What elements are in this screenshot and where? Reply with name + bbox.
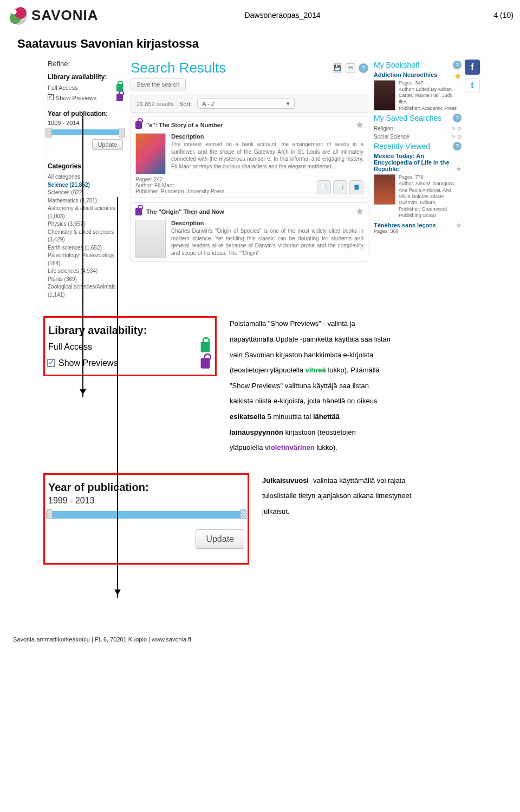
sort-label: Sort: — [179, 101, 192, 107]
saved-search-item[interactable]: Religion✎ ⊘ — [374, 125, 461, 133]
email-icon[interactable]: ✉ — [346, 63, 355, 73]
saved-searches-head[interactable]: My Saved Searches? — [374, 114, 461, 122]
facet-year-head: Year of publication: — [48, 110, 123, 117]
facet-full-access[interactable]: Full Access — [48, 83, 123, 93]
cat-item[interactable]: Plants (369) — [48, 276, 123, 284]
callout-lib-head: Library availability: — [48, 324, 212, 337]
cat-item[interactable]: All categories — [48, 173, 123, 181]
meta-pages: Pages: 242 — [135, 176, 225, 182]
saved-searches-label: My Saved Searches — [374, 114, 441, 122]
page-header: SAVONIA Dawsoneraopas_2014 4 (10) — [0, 0, 520, 30]
cat-item[interactable]: Paleontology; Paleozoology (164) — [48, 252, 123, 267]
cat-item[interactable]: Astronomy & allied sciences (1,003) — [48, 205, 123, 220]
meta-pages: Pages: 306 — [374, 228, 461, 235]
right-panel: My Bookshelf? Addiction Neuroethics★ Pag… — [372, 56, 464, 302]
book-title-text: Mexico Today: An Encyclopedia of Life in… — [374, 153, 449, 172]
cat-item[interactable]: Mathematics (4,781) — [48, 197, 123, 205]
cat-item-selected[interactable]: Science (21,852) — [48, 181, 123, 189]
cat-item[interactable]: Earth sciences (1,652) — [48, 244, 123, 252]
arrow-to-year-box — [117, 197, 118, 598]
recent-book-title[interactable]: Ténèbres sans leçons★ — [374, 222, 461, 228]
text-line: Poistamalla "Show Previews" - valinta ja — [230, 316, 482, 332]
star-fav-icon[interactable]: ★ — [454, 71, 461, 80]
update-button[interactable]: Update — [196, 529, 244, 549]
meta-publisher: Publisher: Greenwood Publishing Group — [399, 206, 461, 219]
twitter-icon[interactable]: t — [465, 78, 480, 93]
page-footer: Savonia-ammattikorkeakoulu | PL 6, 70201… — [0, 565, 520, 653]
star-icon[interactable]: ★ — [456, 166, 461, 173]
save-disk-icon[interactable]: 💾 — [333, 63, 342, 73]
categories-head: Categories — [48, 162, 123, 171]
text-green: vihreä — [305, 366, 326, 374]
edit-delete-icons[interactable]: ✎ ⊘ — [451, 134, 461, 140]
cat-item[interactable]: Chemistry & allied sciences (3,429) — [48, 228, 123, 244]
facebook-icon[interactable]: f — [465, 60, 480, 75]
year-slider[interactable] — [48, 511, 244, 519]
action-icon[interactable]: 📘 — [349, 180, 363, 194]
facet-full-access-label: Full Access — [48, 84, 78, 91]
star-icon[interactable]: ★ — [356, 120, 363, 130]
facet-library-head: Library availability: — [48, 73, 123, 81]
bookshelf-book-title[interactable]: Addiction Neuroethics★ — [374, 71, 461, 78]
help-icon[interactable]: ? — [453, 61, 461, 69]
saved-search-label: Social Science — [374, 134, 410, 140]
star-icon[interactable]: ★ — [356, 206, 363, 217]
callout-show-previews-label: Show Previews — [58, 358, 118, 368]
action-icon[interactable]: 📄 — [317, 180, 331, 194]
text-frag: lukko). Pitämällä — [326, 366, 380, 374]
text-line: Julkaisuvuosi -valintaa käyttämällä voi … — [262, 473, 482, 489]
recent-book-title[interactable]: Mexico Today: An Encyclopedia of Life in… — [374, 153, 461, 172]
help-icon[interactable]: ? — [453, 142, 461, 150]
text-line: yläpuolella violetinvärinen lukko). — [230, 440, 482, 456]
callout-show-previews: Show Previews — [48, 355, 212, 371]
sort-dropdown[interactable]: A - Z▾ — [197, 99, 295, 109]
text-frag: yläpuolella — [230, 443, 265, 451]
explanation-block-2: Julkaisuvuosi -valintaa käyttämällä voi … — [262, 473, 482, 520]
page-number: 4 (10) — [493, 11, 514, 19]
recently-viewed-label: Recently Viewed — [374, 142, 430, 150]
cat-item[interactable]: Zoological sciences/Animals (1,141) — [48, 283, 123, 299]
result-title[interactable]: The "Origin" Then and Now — [146, 208, 224, 215]
text-line: vain Savonian kirjaston hankkimista e-ki… — [230, 348, 482, 363]
meta-author: Author: Alex M. Saragoza, Ana Paula Ambr… — [399, 181, 461, 206]
checkbox-checked-icon[interactable] — [48, 94, 54, 100]
text-line: (teostietojen yläpuolella vihreä lukko).… — [230, 363, 482, 378]
facet-show-previews-label: Show Previews — [56, 95, 96, 101]
result-card[interactable]: The "Origin" Then and Now ★ Description … — [131, 202, 368, 261]
logo-swirl-icon — [6, 4, 28, 26]
saved-search-item[interactable]: Social Science✎ ⊘ — [374, 133, 461, 141]
edit-delete-icons[interactable]: ✎ ⊘ — [451, 126, 461, 132]
lock-purple-icon — [135, 208, 142, 215]
chevron-down-icon: ▾ — [287, 100, 290, 107]
cat-item[interactable]: Life sciences (4,934) — [48, 267, 123, 276]
text-line: näpäyttämällä Update -painiketta käyttäj… — [230, 332, 482, 348]
my-bookshelf-label: My Bookshelf — [374, 61, 419, 69]
recently-viewed-head[interactable]: Recently Viewed? — [374, 142, 461, 150]
text-line: julkaisut. — [262, 504, 482, 520]
description-text: The interest earned on a bank account, t… — [171, 141, 363, 170]
refine-title: Refine: — [48, 60, 123, 68]
meta-pages: Pages: 347 — [399, 80, 461, 87]
result-title[interactable]: "e": The Story of a Number — [146, 122, 223, 128]
results-panel: Search Results 💾 ✉ ? Save the search 21,… — [127, 56, 372, 302]
year-range-text: 1009 - 2014 — [48, 120, 123, 126]
cat-item[interactable]: Sciences (822) — [48, 189, 123, 197]
save-search-button[interactable]: Save the search — [131, 78, 186, 90]
book-meta: Pages: 347 Author: Edited By Adrian Cart… — [399, 80, 461, 112]
book-thumb — [374, 80, 395, 110]
year-slider[interactable] — [48, 129, 123, 135]
star-icon[interactable]: ★ — [456, 222, 461, 229]
action-icon[interactable]: 📑 — [333, 180, 347, 194]
book-title-text: Addiction Neuroethics — [374, 71, 437, 78]
facet-show-previews[interactable]: Show Previews — [48, 93, 123, 102]
my-bookshelf-head[interactable]: My Bookshelf? — [374, 61, 461, 69]
book-title-text: Ténèbres sans leçons — [374, 222, 436, 228]
cat-item[interactable]: Physics (3,557) — [48, 220, 123, 228]
help-icon[interactable]: ? — [453, 114, 461, 122]
text-frag: 5 minuuttia tai — [265, 412, 313, 421]
update-button[interactable]: Update — [92, 139, 123, 150]
section-heading: Saatavuus Savonian kirjastossa — [0, 30, 520, 54]
result-card[interactable]: "e": The Story of a Number ★ Description… — [131, 116, 368, 198]
help-icon[interactable]: ? — [359, 63, 368, 73]
checkbox-checked-icon — [47, 359, 55, 367]
